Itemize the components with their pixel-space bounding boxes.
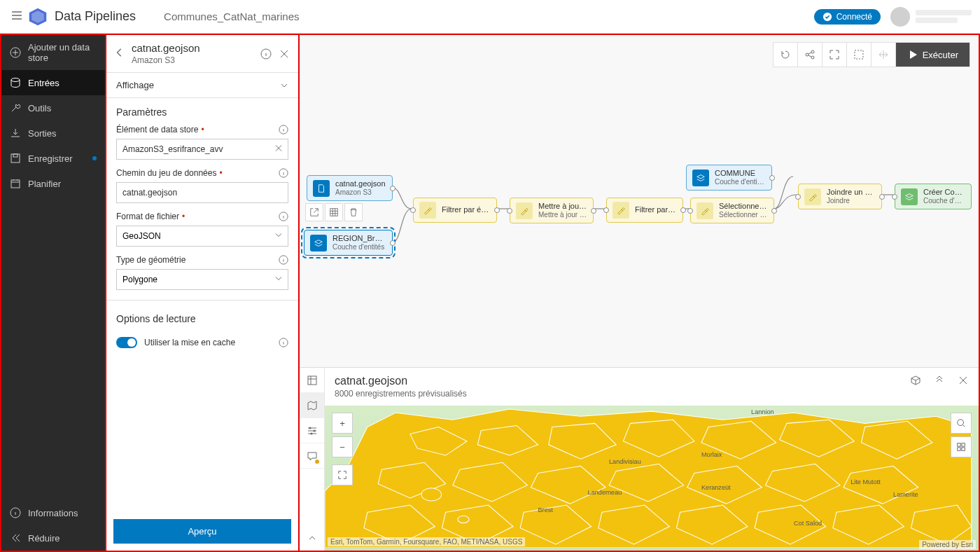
- preview-map-icon[interactable]: [300, 393, 324, 418]
- pan-icon[interactable]: [872, 43, 896, 67]
- info-icon[interactable]: [279, 125, 288, 134]
- basemap-icon[interactable]: [951, 436, 972, 457]
- fit-icon[interactable]: [822, 43, 847, 67]
- fullscreen-icon[interactable]: [332, 464, 353, 485]
- sidebar-inputs[interactable]: Entrées: [1, 70, 105, 95]
- search-icon[interactable]: [951, 413, 972, 434]
- unsaved-indicator-icon: [92, 156, 97, 160]
- preview-expand-icon[interactable]: [300, 525, 324, 551]
- open-icon[interactable]: [305, 203, 323, 221]
- info-icon[interactable]: [279, 168, 288, 178]
- zoom-in-button[interactable]: +: [332, 413, 353, 434]
- sidebar-collapse[interactable]: Réduire: [1, 525, 105, 551]
- cube-icon[interactable]: [910, 375, 921, 386]
- svg-point-17: [811, 56, 814, 59]
- node-catnat-source[interactable]: catnat.geojsonAmazon S3: [307, 175, 393, 201]
- datastore-element-input[interactable]: [116, 139, 288, 160]
- file-icon: [313, 180, 330, 197]
- info-icon[interactable]: [279, 338, 288, 347]
- node-create-output[interactable]: Créer Communes_CatCouche d'entités: [895, 184, 972, 209]
- node-join[interactable]: Joindre un vers unJoindre: [798, 184, 882, 209]
- map-powered-by: Powered by Esri: [919, 540, 976, 549]
- menu-toggle[interactable]: [8, 7, 22, 26]
- svg-text:Morlaix: Morlaix: [701, 451, 722, 458]
- connection-status[interactable]: Connecté: [814, 9, 881, 25]
- sidebar-add-data-store[interactable]: Ajouter un data store: [1, 35, 105, 70]
- preview-title: catnat.geojson: [335, 375, 467, 387]
- run-button[interactable]: Exécuter: [896, 43, 969, 67]
- svg-rect-7: [11, 180, 20, 188]
- node-filter-attr[interactable]: Filtrer par attribut: [606, 198, 683, 223]
- geometry-type-label: Type de géométrie: [116, 255, 288, 265]
- history-icon[interactable]: [774, 43, 798, 67]
- svg-text:Cot Salod: Cot Salod: [794, 520, 822, 527]
- preview-panel: catnat.geojson 8000 enregistrements prév…: [300, 367, 979, 551]
- collapse-icon[interactable]: [934, 375, 945, 386]
- cache-toggle[interactable]: [116, 337, 137, 348]
- display-section-toggle[interactable]: Affichage: [106, 73, 298, 98]
- svg-rect-37: [962, 443, 965, 446]
- panel-back-button[interactable]: [115, 48, 126, 60]
- dataset-path-label: Chemin du jeu de données•: [116, 168, 288, 178]
- breadcrumb[interactable]: Communes_CatNat_marines: [164, 11, 299, 22]
- connection-label: Connecté: [836, 12, 872, 22]
- panel-title: catnat.geojson: [132, 42, 260, 54]
- svg-point-22: [313, 429, 315, 432]
- clear-icon[interactable]: [274, 144, 283, 155]
- node-select-fields[interactable]: Sélectionner des champsSélectionner des …: [690, 198, 774, 223]
- sidebar-outputs[interactable]: Sorties: [1, 120, 105, 146]
- svg-point-23: [310, 432, 312, 434]
- sidebar-tools[interactable]: Outils: [1, 95, 105, 120]
- sidebar-info[interactable]: Informations: [1, 500, 105, 525]
- svg-rect-6: [13, 154, 18, 157]
- zoom-out-button[interactable]: −: [332, 436, 353, 457]
- svg-rect-18: [855, 50, 863, 59]
- canvas-toolbar: Exécuter: [773, 42, 970, 67]
- preview-subtitle: 8000 enregistrements prévisualisés: [335, 389, 467, 399]
- node-update-fields[interactable]: Mettre à jour des champsMettre à jour de…: [510, 198, 594, 223]
- dataset-path-input[interactable]: [116, 182, 288, 203]
- file-format-select[interactable]: GeoJSON: [116, 226, 288, 247]
- svg-text:Lannion: Lannion: [751, 408, 774, 415]
- params-heading: Paramètres: [106, 98, 298, 122]
- node-filter-extent[interactable]: Filtrer par étendue: [413, 198, 497, 223]
- node-commune-source[interactable]: COMMUNECouche d'entités: [686, 165, 772, 191]
- preview-button[interactable]: Aperçu: [113, 519, 291, 544]
- panel-subtitle: Amazon S3: [132, 55, 260, 65]
- geometry-type-select[interactable]: Polygone: [116, 269, 288, 290]
- svg-text:Landerneau: Landerneau: [588, 489, 622, 496]
- app-title: Data Pipelines: [55, 9, 136, 24]
- preview-messages-icon[interactable]: [300, 443, 324, 469]
- svg-text:Landivisiau: Landivisiau: [609, 458, 641, 465]
- preview-settings-icon[interactable]: [300, 418, 324, 443]
- svg-point-4: [11, 78, 20, 82]
- svg-point-15: [806, 53, 808, 56]
- map-preview[interactable]: Lannion Morlaix Landivisiau Brest Lander…: [325, 406, 979, 551]
- details-panel: catnat.geojson Amazon S3 Affichage Param…: [106, 35, 300, 551]
- sidebar-schedule[interactable]: Planifier: [1, 171, 105, 196]
- svg-text:Lite Mutott: Lite Mutott: [850, 478, 881, 485]
- svg-rect-36: [958, 443, 960, 446]
- chevron-down-icon: [280, 81, 288, 90]
- svg-text:Keranzeüt: Keranzeüt: [701, 484, 731, 491]
- pipeline-canvas[interactable]: Exécuter: [300, 35, 979, 367]
- close-icon[interactable]: [279, 48, 290, 60]
- sidebar-save[interactable]: Enregistrer: [1, 146, 105, 171]
- layer-icon: [692, 170, 709, 186]
- app-logo-icon: [28, 7, 48, 27]
- preview-table-icon[interactable]: [300, 368, 324, 393]
- node-region-source[interactable]: REGION_BretagneCouche d'entités: [304, 230, 393, 256]
- user-menu[interactable]: [890, 7, 972, 27]
- delete-icon[interactable]: [344, 203, 363, 221]
- layer-icon: [310, 235, 327, 251]
- svg-point-16: [811, 50, 814, 53]
- share-icon[interactable]: [798, 43, 822, 67]
- info-icon[interactable]: [279, 255, 288, 265]
- select-icon[interactable]: [847, 43, 872, 67]
- table-icon[interactable]: [325, 203, 343, 221]
- info-icon[interactable]: [260, 48, 272, 60]
- map-attribution: Esri, TomTom, Garmin, Foursquare, FAO, M…: [328, 537, 525, 546]
- info-icon[interactable]: [279, 212, 288, 221]
- datastore-element-label: Élément de data store•: [116, 125, 288, 134]
- close-icon[interactable]: [958, 375, 969, 386]
